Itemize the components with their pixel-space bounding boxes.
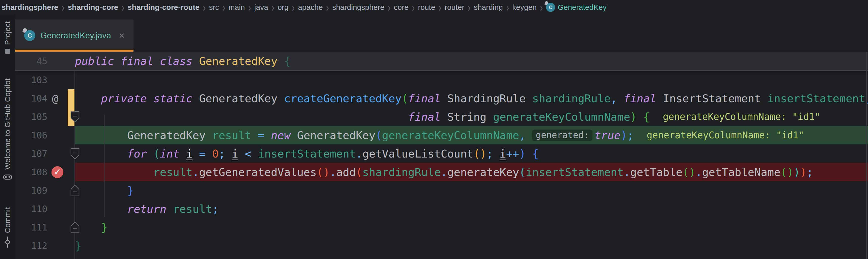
breadcrumb-item-apache[interactable]: apache	[298, 3, 323, 11]
gutter[interactable]: 112	[15, 236, 75, 255]
breadcrumb-item-sharding-core[interactable]: sharding-core	[68, 3, 118, 11]
code-line-text[interactable]: }	[75, 181, 868, 200]
line-number[interactable]: 112	[15, 236, 48, 255]
breadcrumb-label: sharding-core-route	[128, 3, 199, 11]
breadcrumb-chevron-icon: ›	[222, 1, 225, 14]
inline-debugger-value[interactable]: generateKeyColumnName: "id1"	[663, 111, 820, 122]
gutter[interactable]: 105	[15, 108, 75, 126]
code-line[interactable]: 106 GeneratedKey result = new GeneratedK…	[15, 126, 868, 144]
breadcrumb-item-core[interactable]: core	[394, 3, 408, 11]
java-class-icon: C	[24, 30, 35, 41]
gutter[interactable]: 107	[15, 144, 75, 163]
line-number[interactable]: 104	[15, 89, 48, 108]
code-line-text[interactable]: for (int i = 0; i < insertStatement.getV…	[75, 144, 868, 163]
editor-tab-bar: C GeneratedKey.java ✕	[15, 15, 868, 52]
code-line[interactable]: 105 final String generateKeyColumnName) …	[15, 108, 868, 126]
breadcrumb-label: sharding-core	[68, 3, 118, 11]
breadcrumb-item-shardingsphere[interactable]: shardingsphere	[332, 3, 384, 11]
tool-window-label: Project	[3, 21, 12, 45]
code-line[interactable]: 112}	[15, 236, 868, 255]
fold-down-icon[interactable]	[70, 111, 80, 123]
line-number[interactable]: 109	[15, 181, 48, 200]
code-line-text[interactable]: GeneratedKey result = new GeneratedKey(g…	[75, 126, 868, 144]
annotation-icon[interactable]: @	[52, 92, 58, 105]
breadcrumb-item-sharding[interactable]: sharding	[474, 3, 503, 11]
gutter[interactable]: 103	[15, 71, 75, 89]
fold-down-icon[interactable]	[70, 148, 80, 160]
code-line[interactable]: 110 return result;	[15, 200, 868, 218]
gutter[interactable]: 109	[15, 181, 75, 200]
code-line[interactable]: 103	[15, 71, 868, 89]
breadcrumb-chevron-icon: ›	[203, 1, 206, 14]
breadcrumb-chevron-icon: ›	[121, 1, 124, 14]
code-line-text[interactable]: return result;	[75, 200, 868, 218]
breadcrumb-item-sharding-core-route[interactable]: sharding-core-route	[128, 3, 199, 11]
gutter[interactable]: 110	[15, 200, 75, 218]
vcs-change-marker[interactable]	[68, 89, 75, 108]
code-line[interactable]: 108✓ result.getGeneratedValues().add(sha…	[15, 163, 868, 181]
code-line-text[interactable]: result.getGeneratedValues().add(sharding…	[75, 163, 868, 181]
parameter-name-hint: generated:	[532, 130, 592, 141]
inline-debugger-value[interactable]: generateKeyColumnName: "id1"	[647, 130, 804, 141]
breadcrumb-item-route[interactable]: route	[418, 3, 435, 11]
line-number[interactable]: 103	[15, 71, 48, 89]
line-number[interactable]: 105	[15, 108, 48, 126]
line-number[interactable]: 110	[15, 200, 48, 218]
line-number[interactable]: 111	[15, 218, 48, 236]
checkmark-glyph: ✓	[54, 167, 61, 176]
gutter[interactable]: 45	[15, 52, 75, 70]
breadcrumb-item-org[interactable]: org	[278, 3, 288, 11]
breadcrumb-label: shardingsphere	[1, 3, 58, 11]
breakpoint-verified-icon[interactable]: ✓	[52, 166, 63, 178]
git-commit-icon	[4, 236, 11, 249]
fold-up-icon[interactable]	[70, 222, 80, 233]
line-number[interactable]: 108	[15, 163, 48, 181]
breadcrumb-item-generatedkey[interactable]: CGeneratedKey	[546, 3, 606, 12]
breadcrumb-chevron-icon: ›	[292, 1, 295, 14]
gutter[interactable]: 108✓	[15, 163, 75, 181]
code-line-text[interactable]: final String generateKeyColumnName) { ge…	[75, 108, 868, 126]
breadcrumb-label: shardingsphere	[332, 3, 384, 11]
breadcrumb-item-shardingsphere[interactable]: shardingsphere	[1, 3, 58, 11]
breadcrumb-item-java[interactable]: java	[254, 3, 268, 11]
breadcrumb-label: route	[418, 3, 435, 11]
sidebar-item-welcome-to-github-copilot[interactable]: Welcome to GitHub Copilot	[0, 78, 15, 183]
tool-window-square-icon	[5, 49, 10, 55]
tab-generatedkey-java[interactable]: C GeneratedKey.java ✕	[15, 20, 133, 52]
line-number[interactable]: 107	[15, 144, 48, 163]
gutter[interactable]: 111	[15, 218, 75, 236]
active-tab-indicator	[15, 50, 133, 52]
fold-up-icon[interactable]	[70, 185, 80, 196]
gutter[interactable]: 104@	[15, 89, 75, 108]
scrollbar-track-line[interactable]	[866, 52, 867, 259]
breadcrumb-chevron-icon: ›	[62, 1, 64, 14]
line-number[interactable]: 106	[15, 126, 48, 144]
code-line-text[interactable]: }	[75, 236, 868, 255]
breadcrumb-item-src[interactable]: src	[209, 3, 219, 11]
breadcrumb-item-router[interactable]: router	[444, 3, 464, 11]
breadcrumb: shardingsphere›sharding-core›sharding-co…	[0, 0, 868, 15]
java-class-icon: C	[546, 3, 555, 12]
sidebar-item-commit[interactable]: Commit	[0, 207, 15, 249]
code-line[interactable]: 107 for (int i = 0; i < insertStatement.…	[15, 144, 868, 163]
sticky-scope-line[interactable]: 45public final class GeneratedKey {	[15, 52, 868, 71]
breadcrumb-chevron-icon: ›	[248, 1, 251, 14]
sidebar-item-project[interactable]: Project	[0, 21, 15, 55]
line-number[interactable]: 45	[15, 52, 48, 70]
breadcrumb-item-keygen[interactable]: keygen	[512, 3, 537, 11]
code-line-text[interactable]: }	[75, 218, 868, 236]
code-editor[interactable]: 45public final class GeneratedKey {10310…	[15, 52, 868, 259]
close-icon[interactable]: ✕	[119, 31, 125, 40]
breadcrumb-label: src	[209, 3, 219, 11]
code-line-text[interactable]	[75, 71, 868, 89]
code-line[interactable]: 111 }	[15, 218, 868, 236]
copilot-icon	[3, 173, 12, 183]
code-line-text[interactable]: public final class GeneratedKey {	[75, 52, 868, 70]
tool-window-label: Commit	[3, 207, 12, 233]
code-line[interactable]: 109 }	[15, 181, 868, 200]
code-line-text[interactable]: private static GeneratedKey createGenera…	[75, 89, 868, 108]
code-line[interactable]: 104@ private static GeneratedKey createG…	[15, 89, 868, 108]
gutter[interactable]: 106	[15, 126, 75, 144]
breadcrumb-label: org	[278, 3, 288, 11]
breadcrumb-item-main[interactable]: main	[228, 3, 245, 11]
